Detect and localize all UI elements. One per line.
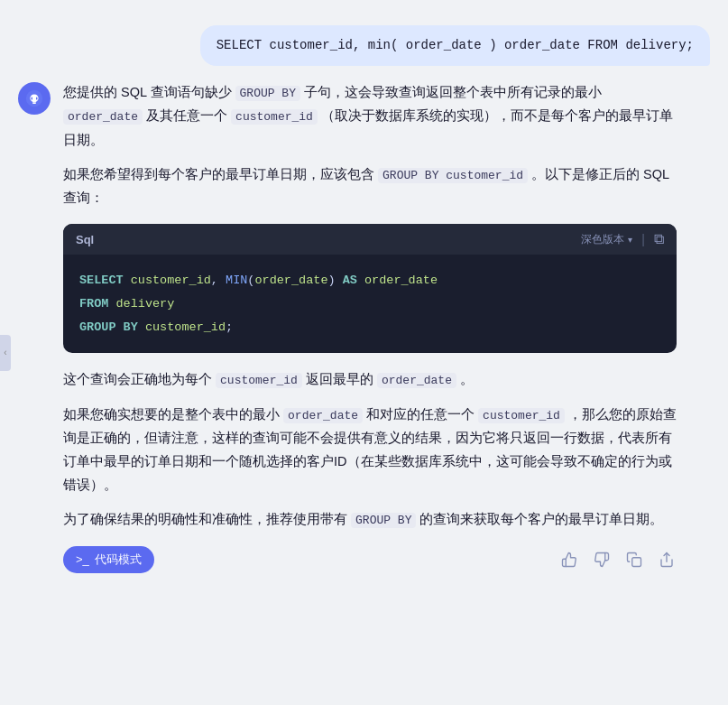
code-line-3: GROUP BY customer_id; [79,316,660,339]
like-button[interactable] [559,550,579,570]
theme-label: 深色版本 [581,232,624,247]
code-line-1: SELECT customer_id, MIN(order_date) AS o… [79,269,660,292]
assistant-paragraph-4: 如果您确实想要的是整个表中的最小 order_date 和对应的任意一个 cus… [63,403,677,497]
code-block-header: Sql 深色版本 ▾ | ⧉ [63,224,677,255]
assistant-paragraph-5: 为了确保结果的明确性和准确性，推荐使用带有 GROUP BY 的查询来获取每个客… [63,507,677,531]
inline-code-customerid3: customer_id [478,408,565,423]
sidebar-collapse-handle[interactable]: ‹ [0,335,11,371]
dislike-button[interactable] [592,550,612,570]
user-message-wrapper: SELECT customer_id, min( order_date ) or… [0,18,728,73]
assistant-content: 您提供的 SQL 查询语句缺少 GROUP BY 子句，这会导致查询返回整个表中… [63,80,677,575]
code-block-lang: Sql [76,233,94,246]
code-block-body: SELECT customer_id, MIN(order_date) AS o… [63,255,677,353]
chevron-down-icon: ▾ [628,235,632,245]
code-line-2: FROM delivery [79,292,660,316]
thumbs-up-icon [561,552,577,568]
inline-code-orderdate2: order_date [377,373,456,388]
assistant-paragraph-2: 如果您希望得到每个客户的最早订单日期，应该包含 GROUP BY custome… [63,162,677,209]
inline-code-groupby: GROUP BY [235,86,300,101]
code-block-actions: 深色版本 ▾ | ⧉ [581,231,664,247]
assistant-paragraph-1: 您提供的 SQL 查询语句缺少 GROUP BY 子句，这会导致查询返回整个表中… [63,80,677,152]
code-block-divider: | [641,232,645,246]
code-mode-button[interactable]: >_ 代码模式 [63,546,154,573]
user-message-bubble: SELECT customer_id, min( order_date ) or… [200,25,710,66]
assistant-paragraph-3: 这个查询会正确地为每个 customer_id 返回最早的 order_date… [63,367,677,391]
inline-code-orderdate1: order_date [63,109,143,125]
code-block-copy-button[interactable]: ⧉ [654,231,664,247]
assistant-message-wrapper: 您提供的 SQL 查询语句缺少 GROUP BY 子句，这会导致查询返回整个表中… [0,73,728,582]
svg-rect-1 [32,103,36,104]
code-mode-icon: >_ [76,552,89,566]
inline-code-customerid1: customer_id [231,109,318,125]
inline-code-groupby2: GROUP BY [351,513,416,528]
code-block-theme-selector[interactable]: 深色版本 ▾ [581,232,632,247]
code-mode-label: 代码模式 [95,552,142,568]
action-bar: >_ 代码模式 [63,543,677,575]
inline-code-orderdate3: order_date [283,408,363,423]
avatar [18,82,51,115]
inline-code-customerid2: customer_id [216,373,302,388]
copy-icon [626,552,642,568]
action-icons [559,550,677,570]
code-block: Sql 深色版本 ▾ | ⧉ SELECT customer_id, MIN(o… [63,224,677,353]
chat-container: ‹ SELECT customer_id, min( order_date ) … [0,0,728,705]
thumbs-down-icon [594,552,610,568]
svg-rect-2 [632,557,641,566]
copy-button[interactable] [624,550,644,570]
inline-code-groupby-customerid: GROUP BY customer_id [378,168,528,183]
share-button[interactable] [657,550,677,570]
share-icon [659,552,675,568]
